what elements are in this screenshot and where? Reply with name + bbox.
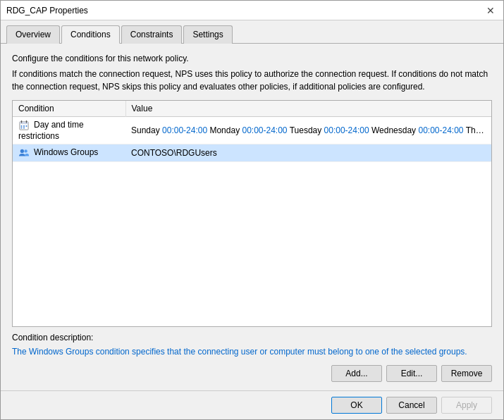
svg-rect-4 — [21, 125, 23, 127]
table-header-row: Condition Value — [13, 101, 491, 117]
title-bar: RDG_CAP Properties ✕ — [1, 1, 503, 20]
long-description: If conditions match the connection reque… — [12, 68, 492, 93]
bottom-bar: OK Cancel Apply — [1, 390, 503, 419]
svg-point-10 — [24, 149, 27, 152]
conditions-table-container[interactable]: Condition Value Day and time restriction… — [12, 100, 492, 327]
tab-constraints[interactable]: Constraints — [121, 25, 183, 44]
short-description: Configure the conditions for this networ… — [12, 52, 492, 65]
svg-rect-6 — [26, 125, 27, 127]
column-header-condition: Condition — [13, 101, 125, 117]
condition-description-text: The Windows Groups condition specifies t… — [12, 345, 492, 358]
cancel-button[interactable]: Cancel — [386, 397, 437, 414]
tab-bar: Overview Conditions Constraints Settings — [1, 20, 503, 44]
svg-rect-1 — [20, 122, 28, 125]
edit-button[interactable]: Edit... — [386, 365, 437, 382]
apply-button: Apply — [441, 397, 492, 414]
value-cell: CONTOSO\RDGUsers — [125, 144, 491, 162]
svg-rect-8 — [23, 128, 25, 129]
condition-cell: Windows Groups — [13, 144, 125, 162]
svg-rect-7 — [21, 128, 23, 129]
table-row[interactable]: Day and time restrictionsSunday 00:00-24… — [13, 117, 491, 144]
ok-button[interactable]: OK — [331, 397, 382, 414]
svg-point-9 — [20, 149, 24, 153]
conditions-table: Condition Value Day and time restriction… — [13, 101, 491, 162]
condition-description: Condition description: The Windows Group… — [12, 333, 492, 358]
svg-rect-5 — [23, 125, 25, 127]
table-row[interactable]: Windows GroupsCONTOSO\RDGUsers — [13, 144, 491, 162]
remove-button[interactable]: Remove — [441, 365, 492, 382]
group-icon — [18, 147, 30, 159]
add-button[interactable]: Add... — [331, 365, 382, 382]
tab-settings[interactable]: Settings — [183, 25, 232, 44]
window-title: RDG_CAP Properties — [6, 6, 88, 16]
value-cell: Sunday 00:00-24:00 Monday 00:00-24:00 Tu… — [125, 117, 491, 144]
tab-overview[interactable]: Overview — [6, 25, 60, 44]
calendar-icon — [18, 120, 30, 131]
condition-cell: Day and time restrictions — [13, 117, 125, 144]
main-content: Configure the conditions for this networ… — [1, 44, 503, 390]
tab-conditions[interactable]: Conditions — [61, 25, 120, 44]
close-button[interactable]: ✕ — [484, 6, 498, 16]
properties-window: RDG_CAP Properties ✕ Overview Conditions… — [0, 0, 504, 420]
column-header-value: Value — [125, 101, 491, 117]
action-buttons: Add... Edit... Remove — [12, 365, 492, 382]
condition-description-label: Condition description: — [12, 333, 492, 342]
